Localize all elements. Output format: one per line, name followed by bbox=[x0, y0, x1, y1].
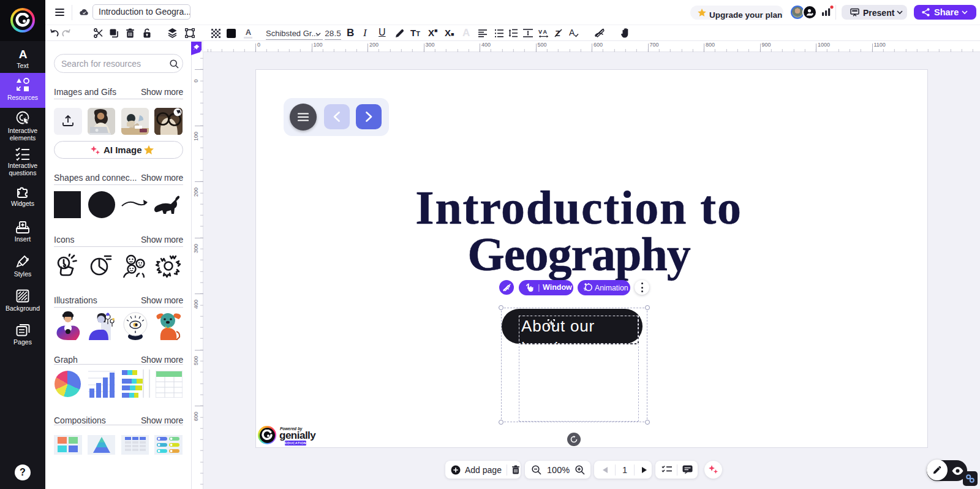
svg-text:V: V bbox=[538, 29, 542, 35]
svg-text:A: A bbox=[569, 28, 575, 37]
svg-text:A: A bbox=[18, 48, 27, 60]
svg-text:A: A bbox=[543, 29, 548, 35]
